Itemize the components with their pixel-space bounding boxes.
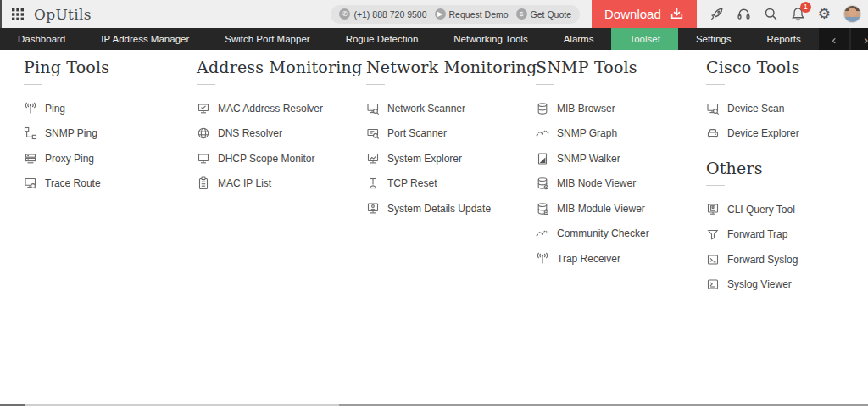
nav-tab-alarms[interactable]: Alarms	[546, 28, 612, 50]
tool-item-system-explorer[interactable]: System Explorer	[366, 146, 537, 171]
nav-tab-dashboard[interactable]: Dashboard	[0, 28, 83, 50]
tool-item-trace-route[interactable]: Trace Route	[24, 171, 109, 197]
tool-item-snmp-graph[interactable]: SNMP Graph	[536, 121, 649, 147]
scrollbar-left-button[interactable]	[0, 404, 25, 406]
bell-icon[interactable]: 1	[791, 7, 805, 21]
tool-item-snmp-walker[interactable]: SNMP Walker	[536, 146, 649, 171]
tool-item-proxy-ping[interactable]: Proxy Ping	[24, 146, 109, 171]
tool-item-label: Community Checker	[557, 227, 649, 239]
nav-scroll-right-icon[interactable]: ›	[851, 28, 868, 50]
get-quote-label: Get Quote	[531, 9, 571, 20]
antenna-icon	[24, 102, 37, 115]
tool-item-dns-resolver[interactable]: DNS Resolver	[197, 121, 362, 147]
nav-tab-reports[interactable]: Reports	[748, 28, 818, 50]
tool-item-device-scan[interactable]: Device Scan	[706, 96, 800, 121]
section-underline	[536, 84, 554, 85]
avatar[interactable]	[843, 5, 861, 23]
phone-link[interactable]: ✆ (+1) 888 720 9500	[339, 8, 426, 20]
headset-icon[interactable]	[737, 7, 751, 21]
tool-item-dhcp-scope-monitor[interactable]: DHCP Scope Monitor	[197, 146, 362, 171]
tool-item-mib-module-viewer[interactable]: MIB Module Viewer	[536, 196, 649, 221]
tool-item-label: MIB Module Viewer	[557, 203, 645, 215]
tool-item-mib-browser[interactable]: MIB Browser	[536, 96, 649, 121]
tool-item-label: Forward Syslog	[727, 254, 798, 266]
section-underline	[24, 84, 42, 85]
section-underline	[706, 84, 725, 85]
nav-scroll-left-icon[interactable]: ‹	[819, 28, 849, 50]
nav-tab-ip-address-manager[interactable]: IP Address Manager	[83, 28, 207, 50]
tool-item-label: Syslog Viewer	[727, 278, 792, 290]
tool-item-network-scanner[interactable]: Network Scanner	[366, 96, 537, 121]
terminal-icon	[706, 253, 720, 266]
toolset-column: Network MonitoringNetwork ScannerPort Sc…	[366, 58, 537, 221]
tool-item-label: Device Scan	[727, 103, 784, 115]
topbar-action-icons: 1 ⚙	[697, 5, 868, 23]
app-grid-icon[interactable]	[11, 8, 25, 21]
nav-tab-rogue-detection[interactable]: Rogue Detection	[328, 28, 437, 50]
section-underline	[366, 84, 385, 85]
search-icon[interactable]	[764, 7, 778, 21]
nav-tab-toolset[interactable]: Toolset	[611, 28, 677, 50]
tool-item-device-explorer[interactable]: Device Explorer	[706, 121, 800, 147]
primary-nav-tabs: DashboardIP Address ManagerSwitch Port M…	[0, 28, 819, 50]
server-stack-icon	[24, 152, 37, 165]
download-button[interactable]: Download	[592, 0, 697, 28]
nav-tab-settings[interactable]: Settings	[678, 28, 749, 50]
tool-item-label: Device Explorer	[727, 127, 799, 139]
section-title-cisco-tools: Cisco Tools	[706, 58, 800, 76]
request-demo-link[interactable]: ▶ Request Demo	[435, 8, 509, 20]
scrollbar-thumb[interactable]	[25, 404, 339, 406]
tool-item-syslog-viewer[interactable]: Syslog Viewer	[706, 272, 800, 298]
tool-item-mac-ip-list[interactable]: MAC IP List	[197, 171, 362, 197]
section-title-ping-tools: Ping Tools	[24, 58, 109, 76]
cli-terminal-icon	[706, 203, 720, 216]
nav-tab-switch-port-mapper[interactable]: Switch Port Mapper	[207, 28, 327, 50]
tool-item-forward-syslog[interactable]: Forward Syslog	[706, 247, 800, 272]
horizontal-scrollbar[interactable]	[0, 404, 868, 406]
tool-item-label: Proxy Ping	[45, 153, 94, 165]
tool-item-label: System Details Update	[387, 203, 491, 215]
tool-item-system-details-update[interactable]: System Details Update	[366, 196, 537, 221]
database-icon	[536, 102, 549, 115]
tool-item-label: MIB Browser	[557, 103, 615, 115]
download-icon	[670, 7, 684, 21]
quote-icon: $	[516, 8, 527, 20]
plunger-icon	[366, 176, 380, 190]
notification-badge: 1	[800, 2, 811, 13]
doc-chart-icon	[536, 152, 549, 165]
tool-item-forward-trap[interactable]: Forward Trap	[706, 222, 800, 248]
line-graph-icon	[536, 227, 549, 240]
monitor-search-icon	[24, 176, 37, 190]
nav-tab-networking-tools[interactable]: Networking Tools	[436, 28, 545, 50]
tool-item-mac-address-resolver[interactable]: MAC Address Resolver	[197, 96, 362, 121]
tool-item-tcp-reset[interactable]: TCP Reset	[366, 171, 537, 197]
rocket-icon[interactable]	[709, 7, 724, 21]
app-title: OpUtils	[34, 6, 92, 23]
topbar-right: ✆ (+1) 888 720 9500 ▶ Request Demo $ Get…	[331, 0, 868, 28]
tool-item-trap-receiver[interactable]: Trap Receiver	[536, 246, 649, 272]
tool-item-mib-node-viewer[interactable]: MIB Node Viewer	[536, 171, 649, 197]
tool-item-ping[interactable]: Ping	[24, 96, 109, 121]
gear-icon[interactable]: ⚙	[818, 7, 831, 21]
tool-item-label: SNMP Graph	[557, 127, 617, 139]
tool-item-label: Trap Receiver	[557, 253, 620, 265]
topbar: OpUtils ✆ (+1) 888 720 9500 ▶ Request De…	[0, 0, 868, 28]
toolset-column: Cisco ToolsDevice ScanDevice ExplorerOth…	[706, 58, 800, 297]
section-title-address-monitoring: Address Monitoring	[197, 58, 362, 76]
globe-icon	[197, 126, 210, 140]
tool-item-port-scanner[interactable]: Port Scanner	[366, 121, 537, 147]
tool-item-snmp-ping[interactable]: SNMP Ping	[24, 121, 109, 147]
nav-scroll-controls: ‹ ›	[819, 28, 868, 50]
primary-nav: DashboardIP Address ManagerSwitch Port M…	[0, 28, 868, 50]
tool-item-label: TCP Reset	[387, 177, 437, 189]
terminal-view-icon	[706, 277, 720, 291]
get-quote-link[interactable]: $ Get Quote	[516, 8, 571, 20]
phone-number: (+1) 888 720 9500	[353, 9, 426, 20]
clipboard-icon	[197, 176, 210, 190]
section-underline	[197, 84, 215, 85]
tool-item-community-checker[interactable]: Community Checker	[536, 221, 649, 247]
database-node-icon	[536, 176, 549, 190]
tool-item-label: System Explorer	[387, 153, 462, 165]
tool-item-cli-query-tool[interactable]: CLI Query Tool	[706, 197, 800, 222]
section-title-snmp-tools: SNMP Tools	[536, 58, 649, 76]
